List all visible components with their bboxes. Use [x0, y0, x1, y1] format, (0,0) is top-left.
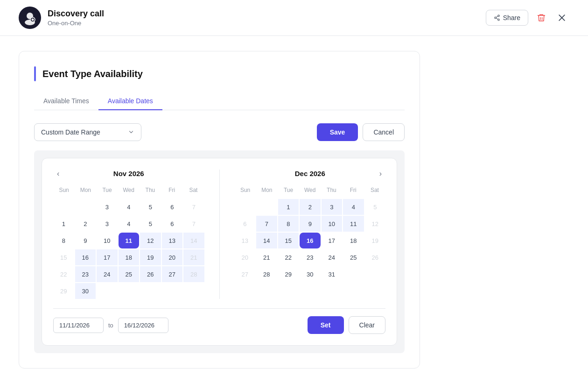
- table-row[interactable]: 5: [140, 199, 161, 215]
- table-row[interactable]: 21: [256, 249, 277, 265]
- table-row[interactable]: 23: [300, 249, 321, 265]
- table-row[interactable]: 12: [365, 216, 386, 232]
- table-row[interactable]: 3: [322, 199, 343, 215]
- svg-line-7: [496, 18, 498, 20]
- set-button[interactable]: Set: [308, 316, 344, 334]
- table-row[interactable]: 12: [140, 233, 161, 248]
- table-row[interactable]: 16: [300, 233, 321, 248]
- table-row[interactable]: 19: [140, 249, 161, 265]
- table-row[interactable]: 5: [140, 216, 161, 232]
- table-row[interactable]: 18: [343, 233, 364, 248]
- calendars-row: ‹ Nov 2026 Sun Mon Tue Wed Thu Fri Sat: [53, 170, 385, 299]
- table-row[interactable]: 30: [300, 266, 321, 282]
- table-row[interactable]: 14: [256, 233, 277, 248]
- table-row[interactable]: 3: [97, 199, 118, 215]
- share-label: Share: [503, 14, 520, 21]
- table-row[interactable]: 31: [322, 266, 343, 282]
- table-row[interactable]: 14: [183, 233, 204, 248]
- table-row[interactable]: 2: [75, 216, 96, 232]
- table-row[interactable]: 8: [278, 216, 299, 232]
- header-right: Share: [486, 10, 569, 26]
- next-month-button[interactable]: ›: [376, 168, 385, 180]
- table-row[interactable]: 27: [235, 266, 256, 282]
- table-row[interactable]: 2: [300, 199, 321, 215]
- tab-available-dates[interactable]: Available Dates: [98, 92, 162, 110]
- table-row[interactable]: 22: [53, 266, 74, 282]
- close-button[interactable]: [554, 10, 569, 25]
- chevron-down-icon: [128, 129, 134, 135]
- table-row[interactable]: 1: [278, 199, 299, 215]
- table-row[interactable]: 24: [97, 266, 118, 282]
- table-row[interactable]: 24: [322, 249, 343, 265]
- accent-bar: [34, 66, 36, 81]
- table-row[interactable]: 19: [365, 233, 386, 248]
- date-range-dropdown[interactable]: Custom Date Range: [34, 123, 141, 141]
- table-row[interactable]: 25: [119, 266, 140, 282]
- table-row[interactable]: 13: [162, 233, 183, 248]
- calendar-header-nov: ‹ Nov 2026: [53, 170, 204, 177]
- tab-available-times[interactable]: Available Times: [34, 92, 98, 110]
- table-row[interactable]: 17: [322, 233, 343, 248]
- day-header-wed-dec: Wed: [299, 185, 321, 195]
- table-row[interactable]: 11: [343, 216, 364, 232]
- table-row[interactable]: 7: [183, 199, 204, 215]
- table-row[interactable]: 23: [75, 266, 96, 282]
- table-row[interactable]: 29: [278, 266, 299, 282]
- day-header-sun-dec: Sun: [235, 185, 256, 195]
- table-row: [140, 283, 161, 299]
- share-button[interactable]: Share: [486, 10, 528, 26]
- table-row[interactable]: 30: [75, 283, 96, 299]
- table-row[interactable]: 16: [75, 249, 96, 265]
- table-row[interactable]: 29: [53, 283, 74, 299]
- calendar-footer: to Set Clear: [53, 308, 385, 334]
- table-row[interactable]: 18: [119, 249, 140, 265]
- table-row[interactable]: 26: [365, 249, 386, 265]
- delete-button[interactable]: [534, 10, 549, 25]
- table-row[interactable]: 11: [119, 233, 140, 248]
- table-row[interactable]: 4: [119, 199, 140, 215]
- table-row[interactable]: 10: [322, 216, 343, 232]
- table-row[interactable]: 5: [365, 199, 386, 215]
- footer-buttons: Set Clear: [308, 316, 385, 334]
- table-row[interactable]: 15: [278, 233, 299, 248]
- table-row[interactable]: 4: [119, 216, 140, 232]
- table-row[interactable]: 20: [162, 249, 183, 265]
- day-header-fri: Fri: [161, 185, 182, 195]
- svg-point-3: [32, 19, 34, 21]
- month-label-nov: Nov 2026: [113, 170, 144, 177]
- table-row[interactable]: 25: [343, 249, 364, 265]
- clear-button[interactable]: Clear: [349, 316, 385, 334]
- start-date-input[interactable]: [53, 318, 104, 333]
- prev-month-button[interactable]: ‹: [53, 168, 63, 180]
- table-row[interactable]: 8: [53, 233, 74, 248]
- table-row[interactable]: 28: [256, 266, 277, 282]
- cancel-button[interactable]: Cancel: [363, 123, 405, 141]
- table-row[interactable]: 3: [97, 216, 118, 232]
- calendar-dec: Dec 2026 › Sun Mon Tue Wed Thu Fri Sat: [235, 170, 386, 299]
- table-row[interactable]: 7: [256, 216, 277, 232]
- table-row[interactable]: 10: [97, 233, 118, 248]
- table-row[interactable]: 7: [183, 216, 204, 232]
- end-date-input[interactable]: [118, 318, 168, 333]
- save-button[interactable]: Save: [317, 123, 358, 141]
- table-row[interactable]: 1: [53, 216, 74, 232]
- table-row[interactable]: 27: [162, 266, 183, 282]
- table-row[interactable]: 6: [162, 216, 183, 232]
- table-row: [343, 266, 364, 282]
- header-title: Discovery call: [48, 9, 104, 19]
- table-row[interactable]: 28: [183, 266, 204, 282]
- table-row[interactable]: 9: [75, 233, 96, 248]
- table-row[interactable]: 6: [235, 216, 256, 232]
- table-row[interactable]: 22: [278, 249, 299, 265]
- table-row[interactable]: 13: [235, 233, 256, 248]
- date-separator: to: [108, 322, 113, 329]
- table-row[interactable]: 9: [300, 216, 321, 232]
- svg-point-5: [494, 17, 496, 19]
- table-row[interactable]: 15: [53, 249, 74, 265]
- table-row[interactable]: 20: [235, 249, 256, 265]
- table-row[interactable]: 4: [343, 199, 364, 215]
- table-row[interactable]: 17: [97, 249, 118, 265]
- table-row[interactable]: 21: [183, 249, 204, 265]
- table-row[interactable]: 26: [140, 266, 161, 282]
- table-row[interactable]: 6: [162, 199, 183, 215]
